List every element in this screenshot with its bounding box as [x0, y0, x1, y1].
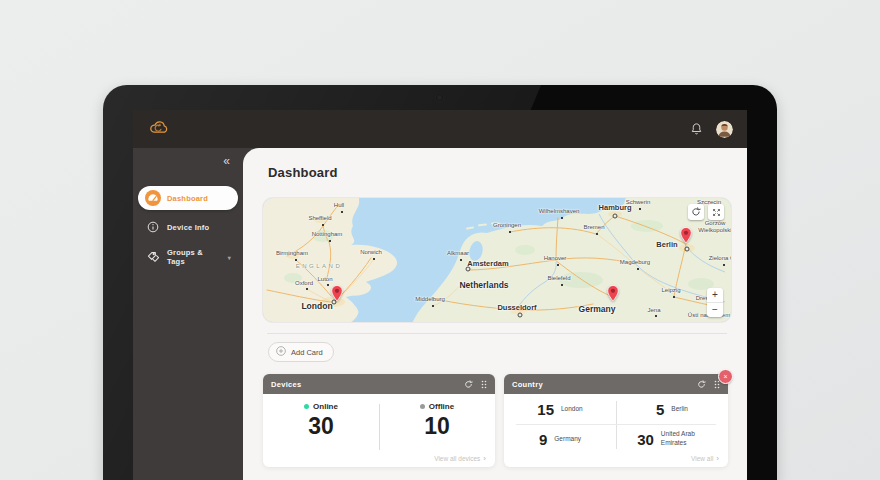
- sidebar-item-label: Dashboard: [167, 194, 208, 203]
- devices-card: Devices Online30Offline10 View all devic…: [263, 374, 495, 467]
- map-city-marker: [460, 259, 462, 261]
- add-card-label: Add Card: [291, 348, 323, 357]
- stat-label-row: Online: [304, 402, 338, 411]
- sidebar-item-device-info[interactable]: Device Info: [138, 215, 238, 239]
- info-icon: [145, 219, 161, 235]
- close-icon[interactable]: ×: [718, 369, 733, 384]
- device-stat-offline: Offline10: [379, 402, 495, 448]
- app-shell: « DashboardDevice InfoGroups & Tags▾ Das…: [133, 148, 747, 480]
- stat-value: 30: [308, 415, 334, 438]
- zoom-in-button[interactable]: +: [707, 288, 723, 303]
- add-card-button[interactable]: Add Card: [268, 342, 334, 362]
- stat-label: Offline: [429, 402, 454, 411]
- map-city-marker: [329, 240, 331, 242]
- sidebar: « DashboardDevice InfoGroups & Tags▾: [133, 148, 243, 480]
- stat-value: 10: [424, 415, 450, 438]
- user-avatar[interactable]: [716, 121, 733, 138]
- devices-map[interactable]: HullSheffieldNottinghamBirminghamNorwich…: [263, 198, 731, 322]
- country-label: Germany: [554, 435, 581, 444]
- map-city-marker: [673, 296, 675, 298]
- section-divider: [267, 333, 727, 334]
- stat-label-row: Offline: [420, 402, 454, 411]
- cloud-logo-icon: [147, 119, 173, 140]
- drag-grip-icon[interactable]: [481, 380, 487, 389]
- chevron-down-icon[interactable]: ▾: [228, 254, 231, 261]
- country-value: 15: [537, 401, 554, 418]
- map-city-marker: [518, 313, 523, 318]
- online-status-dot: [304, 404, 309, 409]
- app-screen: « DashboardDevice InfoGroups & Tags▾ Das…: [133, 110, 747, 480]
- map-city-marker: [432, 305, 434, 307]
- map-city-marker: [637, 268, 639, 270]
- country-stat-germany: 9Germany: [504, 424, 616, 454]
- stat-label: Online: [313, 402, 338, 411]
- country-card-title: Country: [512, 380, 543, 389]
- country-stats: 15London5Berlin9Germany30United Arab Emi…: [504, 394, 728, 454]
- map-city-marker: [561, 217, 563, 219]
- country-value: 9: [539, 431, 547, 448]
- country-stat-berlin: 5Berlin: [616, 394, 728, 424]
- device-stat-online: Online30: [263, 402, 379, 448]
- notification-bell-icon[interactable]: [690, 122, 703, 136]
- map-pin-london[interactable]: [331, 284, 344, 302]
- map-city-marker: [723, 264, 725, 266]
- country-stat-london: 15London: [504, 394, 616, 424]
- country-stat-united-arab-emirates: 30United Arab Emirates: [616, 424, 728, 454]
- country-value: 30: [637, 431, 654, 448]
- grid-divider-vertical: [616, 401, 617, 449]
- map-city-marker: [561, 284, 563, 286]
- map-city-marker: [306, 288, 308, 290]
- country-value: 5: [656, 401, 664, 418]
- view-all-label: View all: [691, 455, 713, 462]
- map-pin-berlin[interactable]: [680, 226, 693, 244]
- grid-divider-horizontal: [516, 424, 716, 425]
- view-all-countries-link[interactable]: View all ›: [691, 455, 719, 462]
- map-refresh-button[interactable]: [688, 204, 704, 220]
- refresh-icon[interactable]: [697, 380, 706, 389]
- map-city-marker: [509, 231, 511, 233]
- sidebar-item-groups-tags[interactable]: Groups & Tags▾: [138, 244, 238, 270]
- map-city-marker: [639, 208, 641, 210]
- map-zoom-control: + −: [707, 288, 723, 317]
- stats-divider: [379, 404, 380, 450]
- devices-stats: Online30Offline10: [263, 402, 495, 448]
- zoom-out-button[interactable]: −: [707, 303, 723, 317]
- map-city-marker: [557, 264, 559, 266]
- map-city-marker: [322, 224, 324, 226]
- view-all-devices-label: View all devices: [434, 455, 480, 462]
- map-city-marker: [327, 284, 329, 286]
- devices-card-title: Devices: [271, 380, 301, 389]
- sidebar-item-dashboard[interactable]: Dashboard: [138, 186, 238, 210]
- map-pin-germany[interactable]: [607, 284, 620, 302]
- sidebar-nav: DashboardDevice InfoGroups & Tags▾: [133, 186, 243, 270]
- country-label: Berlin: [671, 405, 688, 414]
- map-city-marker: [613, 214, 618, 219]
- laptop-frame: « DashboardDevice InfoGroups & Tags▾ Das…: [103, 85, 777, 480]
- sidebar-collapse-icon[interactable]: «: [223, 155, 229, 167]
- map-city-marker: [341, 211, 343, 213]
- map-city-marker: [655, 315, 657, 317]
- main-content: Dashboard: [243, 148, 747, 480]
- map-city-marker: [373, 258, 375, 260]
- country-label: United Arab Emirates: [661, 430, 707, 448]
- country-label: London: [561, 405, 583, 414]
- country-card-header[interactable]: Country: [504, 374, 728, 394]
- devices-card-header[interactable]: Devices: [263, 374, 495, 394]
- map-fullscreen-button[interactable]: [708, 204, 724, 220]
- offline-status-dot: [420, 404, 425, 409]
- gauge-icon: [145, 190, 161, 206]
- view-all-devices-link[interactable]: View all devices ›: [434, 455, 486, 462]
- cards-row: Devices Online30Offline10 View all devic…: [263, 374, 731, 467]
- sidebar-item-label: Groups & Tags: [167, 248, 222, 266]
- page-title: Dashboard: [268, 165, 731, 180]
- refresh-icon[interactable]: [464, 380, 473, 389]
- tags-icon: [145, 249, 161, 265]
- map-city-marker: [596, 233, 598, 235]
- webcam-dot: [436, 94, 443, 101]
- sidebar-item-label: Device Info: [167, 223, 209, 232]
- country-card: × Country 15London5Berlin9Germany30Unite…: [504, 374, 728, 467]
- topbar: [133, 110, 747, 148]
- chevron-right-icon: ›: [483, 456, 486, 462]
- plus-circle-icon: [276, 346, 286, 358]
- map-city-marker: [466, 267, 471, 272]
